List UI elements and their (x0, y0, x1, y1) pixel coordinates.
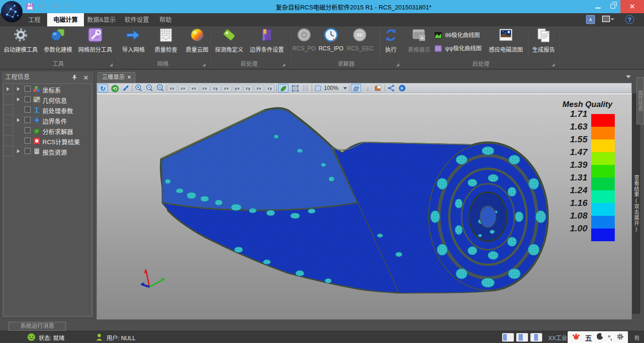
cancel-circle-icon[interactable]: × (397, 84, 407, 92)
wireframe-dots-icon[interactable] (301, 84, 311, 92)
ime-settings-gear-icon[interactable] (617, 333, 624, 342)
flat-shade-icon[interactable] (290, 84, 300, 92)
ime-toolbar[interactable]: 五 °, (568, 331, 628, 343)
tree-item-boundary-conditions[interactable]: 边界条件 (13, 115, 91, 125)
checkbox[interactable] (25, 96, 31, 102)
view-results-strip[interactable]: 查看结果(双击展开) (632, 93, 640, 314)
arrow-down-icon[interactable]: ↓ (363, 84, 373, 92)
rcs-ipo-button[interactable]: RCS_IPO (318, 27, 344, 52)
zoom-in-icon[interactable] (133, 84, 144, 92)
window-layout-icon[interactable] (602, 16, 614, 24)
tree-item-preprocess-params[interactable]: T 前处理参数 (13, 105, 91, 115)
tree-item-geometry-info[interactable]: 几何信息 (13, 94, 91, 105)
group-expand-tools[interactable] (109, 63, 113, 66)
tree-grid-cell[interactable] (4, 146, 13, 156)
ime-punctuation-label[interactable]: °, (608, 334, 612, 341)
view-iso1-button[interactable]: zy (243, 84, 253, 92)
launch-modeler-button[interactable]: 启动建模工具 (1, 27, 41, 53)
view-xz2-button[interactable]: xz (189, 84, 199, 92)
parametric-modeling-button[interactable]: 参数化建模 (41, 27, 74, 53)
expander-icon[interactable] (17, 98, 20, 101)
induced-current-button[interactable]: 感应电磁流图 (488, 27, 524, 53)
generate-report-button[interactable]: 生成报告 (530, 27, 557, 53)
surface-select-icon[interactable] (351, 84, 361, 92)
close-button[interactable]: ✕ (620, 0, 644, 13)
menu-tab-em-compute[interactable]: 电磁计算 (47, 13, 84, 26)
tree-item-rcs-results[interactable]: RCS计算结果 (13, 136, 91, 146)
property-info-tab[interactable]: 属性信息 (636, 77, 644, 124)
view-zx-button[interactable]: zx (178, 84, 188, 92)
tree-grid-cell[interactable] (4, 105, 13, 115)
rcs-eec-button[interactable]: RCS_EEC (347, 27, 372, 52)
tree-item-report-resources[interactable]: 报告资源 (13, 146, 91, 156)
tab-list-dropdown-icon[interactable] (626, 75, 631, 78)
expander-icon[interactable] (17, 87, 20, 91)
pan-zoom-icon[interactable] (121, 84, 131, 92)
tree-item-analysis-solver[interactable]: 分析求解器 (13, 125, 91, 136)
tree-grid-cell[interactable] (4, 136, 13, 146)
window-layers-icon[interactable] (373, 84, 383, 92)
view-xz-button[interactable]: xz (167, 84, 177, 92)
probe-angle-button[interactable]: 探测角定义 (212, 27, 246, 53)
menu-tab-help[interactable]: 帮助 (156, 13, 175, 26)
tree-grid-cell[interactable] (4, 115, 13, 125)
panel-close-icon[interactable]: ✕ (83, 72, 89, 81)
view-iso2-button[interactable]: zx (254, 84, 264, 92)
tree-item-coordinate-system[interactable]: 坐标系 (13, 84, 91, 94)
execute-button[interactable]: 执行 (381, 27, 401, 53)
ime-moon-icon[interactable] (597, 333, 603, 342)
menu-tab-data-display[interactable]: 数据&显示 (85, 13, 118, 26)
checkbox[interactable] (25, 127, 31, 133)
help-icon[interactable]: ? (625, 15, 634, 24)
quality-check-button[interactable]: 质量检查 (151, 27, 181, 53)
psi-curve-button[interactable]: ψψ极化曲线图 (435, 44, 481, 53)
spin-icon[interactable]: ⟲ (110, 84, 120, 92)
expander-icon[interactable] (17, 149, 20, 153)
zoom-dropdown-icon[interactable] (343, 87, 347, 90)
restore-button[interactable] (605, 0, 620, 13)
view-zy-button[interactable]: zy (211, 84, 221, 92)
menu-tab-project[interactable]: 工程 (23, 13, 46, 26)
group-expand-post[interactable] (552, 63, 555, 66)
viewport-canvas[interactable]: Mesh Quality 1.71 1.63 1.55 1.47 1.39 1.… (97, 93, 632, 319)
expander-icon[interactable] (17, 118, 20, 122)
rotate-icon[interactable]: ↻ (98, 84, 108, 92)
checkbox[interactable] (25, 117, 31, 123)
tree-grid-cell[interactable] (4, 94, 13, 105)
layout-toggle-right-icon[interactable] (530, 333, 542, 342)
menu-tab-settings[interactable]: 软件设置 (122, 13, 152, 26)
layout-toggle-left-icon[interactable] (502, 333, 514, 342)
minimize-button[interactable] (590, 0, 605, 13)
group-expand-mesh[interactable] (202, 63, 206, 66)
collapse-ribbon-icon[interactable]: ∧ (586, 15, 595, 24)
zoom-fit-icon[interactable] (155, 84, 165, 92)
group-expand-solver[interactable] (396, 63, 399, 66)
zoom-out-icon[interactable] (144, 84, 155, 92)
smooth-shade-leaf-icon[interactable] (278, 84, 289, 92)
redo-icon[interactable]: ↷ (51, 3, 59, 10)
tree-grid-cell[interactable] (4, 125, 13, 136)
view-zx2-button[interactable]: zx (200, 84, 210, 92)
system-message-tab[interactable]: 系统运行消息 (8, 322, 66, 331)
import-mesh-button[interactable]: 导入网格 (119, 27, 148, 53)
checkbox[interactable] (25, 106, 31, 113)
quality-cloud-button[interactable]: 质量云图 (182, 27, 212, 53)
mesh-tool-button[interactable]: 网格剖分工具 (75, 27, 115, 53)
flow-share-icon[interactable] (386, 84, 396, 92)
boundary-settings-button[interactable]: 边界条件设置 (248, 27, 286, 53)
zoom-level-value[interactable]: 100% (324, 84, 339, 92)
pin-icon[interactable] (71, 73, 78, 80)
tab-close-icon[interactable]: × (128, 74, 131, 81)
tree-grid-cell[interactable] (4, 84, 13, 94)
tab-3d-display[interactable]: 三维显示× (98, 72, 135, 83)
checkbox[interactable] (25, 148, 31, 154)
rcs-po-button[interactable]: RCS_PO (292, 27, 316, 52)
save-icon[interactable] (26, 3, 33, 10)
view-zx3-button[interactable]: zx (222, 84, 231, 92)
group-expand-pre[interactable] (282, 63, 285, 66)
view-yx-button[interactable]: yx (232, 84, 242, 92)
ime-mode-label[interactable]: 五 (585, 333, 592, 343)
view-iso3-button[interactable]: zy (265, 84, 275, 92)
zoom-level-icon[interactable] (313, 84, 323, 92)
app-logo[interactable] (1, 1, 23, 23)
